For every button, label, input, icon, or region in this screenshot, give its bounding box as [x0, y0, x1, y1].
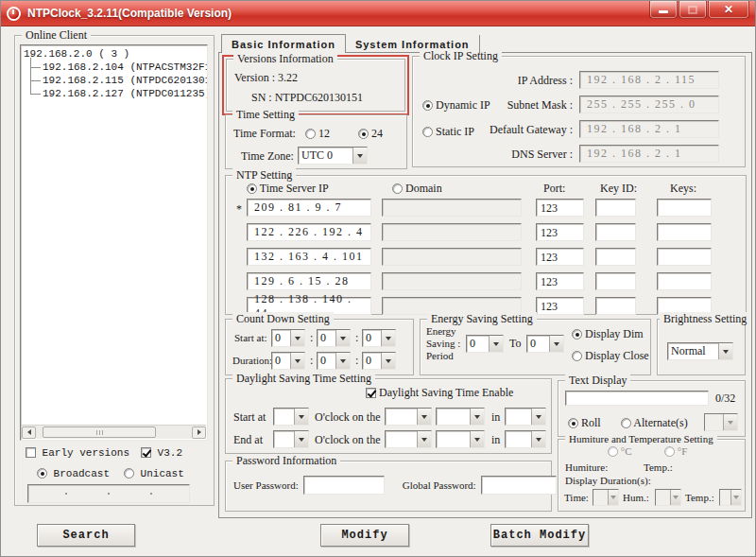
dst-end-week-select[interactable]: [385, 430, 432, 448]
ntp-port-input[interactable]: 123: [536, 248, 584, 266]
time-zone-dropdown-button[interactable]: [352, 148, 367, 164]
user-password-input[interactable]: [303, 476, 385, 495]
dropdown-button[interactable]: [531, 431, 545, 447]
tab-basic-information[interactable]: Basic Information: [221, 34, 346, 53]
broadcast-radio[interactable]: Broadcast: [37, 468, 110, 479]
format-24-radio[interactable]: 24: [358, 127, 383, 141]
tree-client-item[interactable]: 192.168.2.115 (NTPDC620130151): [30, 74, 206, 87]
dropdown-button[interactable]: [294, 431, 308, 447]
ntp-keys-input[interactable]: [657, 199, 712, 217]
global-password-input[interactable]: [481, 476, 557, 495]
batch-modify-button[interactable]: Batch Modify: [490, 524, 589, 547]
close-button[interactable]: ✕: [708, 1, 749, 19]
dropdown-button[interactable]: [335, 330, 350, 346]
dropdown-button[interactable]: [718, 343, 732, 359]
roll-radio[interactable]: Roll: [568, 416, 601, 430]
time-server-ip-radio-circle[interactable]: [247, 183, 257, 194]
ntp-keys-input[interactable]: [657, 248, 712, 266]
unicast-radio[interactable]: Unicast: [124, 468, 184, 479]
tree-client-item[interactable]: 192.168.2.104 (NTPACSTM32F1070: [30, 61, 206, 74]
early-versions-checkbox[interactable]: Early versions: [26, 447, 129, 459]
v32-checkbox-box[interactable]: [141, 447, 151, 458]
ntp-server-ip-input[interactable]: 129 . 6 . 15 . 28: [247, 272, 371, 290]
countdown-start-hour-select[interactable]: 0: [271, 329, 305, 347]
daylight-enable-checkbox[interactable]: Daylight Saving Time Enable: [366, 386, 513, 400]
ntp-port-input[interactable]: 123: [536, 297, 584, 315]
countdown-duration-sec-select[interactable]: 0: [362, 352, 396, 370]
ntp-keys-input[interactable]: [657, 223, 712, 241]
ntp-server-ip-input[interactable]: 122 . 226 . 192 . 4: [247, 223, 371, 241]
format-12-radio-circle[interactable]: [305, 129, 316, 139]
dropdown-button[interactable]: [417, 409, 431, 425]
display-dim-radio[interactable]: Display Dim: [572, 327, 644, 341]
modify-button[interactable]: Modify: [320, 524, 409, 547]
minimize-button[interactable]: [649, 1, 678, 19]
display-dim-radio-circle[interactable]: [572, 329, 582, 339]
tree-client-item[interactable]: 192.168.2.127 (NTPDC011235): [30, 87, 206, 100]
duration-temp-value: [720, 490, 730, 505]
countdown-start-sec-select[interactable]: 0: [362, 329, 396, 347]
search-button[interactable]: Search: [37, 524, 135, 547]
brightness-select[interactable]: Normal: [667, 342, 733, 360]
dropdown-button[interactable]: [294, 409, 308, 425]
time-zone-select[interactable]: UTC 0: [298, 147, 368, 165]
dst-start-month-select[interactable]: [505, 408, 546, 426]
display-close-radio-circle[interactable]: [572, 351, 582, 361]
dropdown-button[interactable]: [381, 330, 395, 346]
tree-root-item[interactable]: 192.168.2.0 ( 3 ): [24, 47, 206, 61]
energy-from-select[interactable]: 0: [466, 335, 504, 353]
broadcast-radio-circle[interactable]: [37, 468, 47, 479]
ntp-port-input[interactable]: 123: [536, 272, 584, 290]
dropdown-button[interactable]: [549, 336, 563, 352]
dst-start-week-select[interactable]: [385, 408, 432, 426]
dst-end-day-select[interactable]: [436, 430, 485, 448]
dropdown-button[interactable]: [290, 330, 304, 346]
ntp-server-ip-input[interactable]: 132 . 163 . 4 . 101: [247, 248, 371, 266]
v32-checkbox[interactable]: V3.2: [141, 447, 182, 459]
unicast-radio-circle[interactable]: [124, 468, 134, 479]
dropdown-button[interactable]: [531, 409, 545, 425]
scrollbar-thumb[interactable]: [43, 426, 156, 438]
ntp-port-input[interactable]: 123: [536, 223, 584, 241]
countdown-start-min-select[interactable]: 0: [317, 329, 351, 347]
dropdown-button[interactable]: [381, 353, 395, 369]
energy-to-select[interactable]: 0: [526, 335, 564, 353]
alternate-radio[interactable]: Alternate(s): [621, 416, 688, 430]
roll-radio-circle[interactable]: [568, 418, 578, 428]
dst-start-day-select[interactable]: [436, 408, 485, 426]
ntp-port-input[interactable]: 123: [536, 199, 584, 217]
format-12-radio[interactable]: 12: [305, 127, 330, 141]
dropdown-button[interactable]: [335, 353, 350, 369]
scroll-right-button[interactable]: [192, 426, 206, 439]
dst-end-hour-select[interactable]: [273, 430, 309, 448]
alternate-radio-circle[interactable]: [621, 418, 631, 428]
countdown-duration-min-select[interactable]: 0: [317, 352, 351, 370]
format-24-radio-circle[interactable]: [358, 129, 369, 139]
domain-radio-circle[interactable]: [392, 183, 403, 194]
tree-horizontal-scrollbar[interactable]: [22, 425, 206, 439]
dst-end-month-select[interactable]: [505, 430, 546, 448]
dropdown-button[interactable]: [470, 431, 484, 447]
ntp-keyid-input[interactable]: [595, 248, 636, 266]
scroll-left-button[interactable]: [22, 426, 36, 439]
dropdown-button[interactable]: [470, 409, 484, 425]
ntp-keyid-input[interactable]: [595, 297, 636, 315]
dropdown-button[interactable]: [417, 431, 431, 447]
daylight-enable-checkbox-box[interactable]: [366, 388, 376, 398]
ntp-keys-input[interactable]: [657, 272, 712, 290]
ntp-server-ip-input[interactable]: 209 . 81 . 9 . 7: [247, 199, 371, 217]
dst-start-hour-select[interactable]: [273, 408, 309, 426]
display-close-radio[interactable]: Display Close: [572, 349, 649, 363]
dropdown-button[interactable]: [290, 353, 304, 369]
dropdown-button[interactable]: [489, 336, 503, 352]
ntp-keyid-input[interactable]: [595, 272, 636, 290]
ntp-keyid-input[interactable]: [595, 223, 636, 241]
domain-radio[interactable]: Domain: [392, 182, 442, 196]
display-text-input[interactable]: [565, 391, 709, 406]
scroll-right-icon: [198, 429, 201, 435]
time-server-ip-radio[interactable]: Time Server IP: [247, 182, 329, 196]
ntp-keyid-input[interactable]: [595, 199, 636, 217]
countdown-duration-hour-select[interactable]: 0: [271, 352, 305, 370]
tab-system-information[interactable]: System Information: [346, 35, 480, 54]
early-versions-checkbox-box[interactable]: [26, 447, 36, 458]
